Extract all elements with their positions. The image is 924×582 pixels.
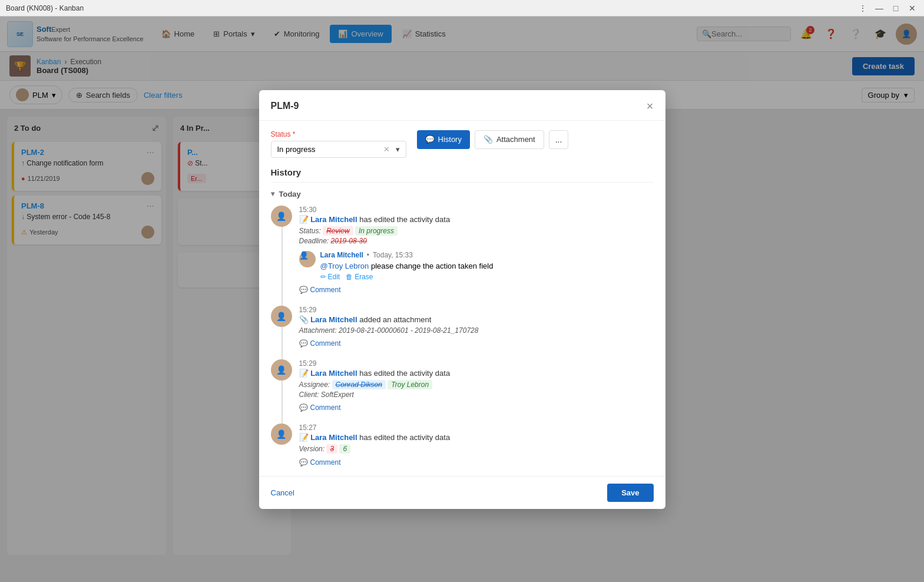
- add-comment-button[interactable]: 💬 Comment: [299, 339, 654, 348]
- history-title: History: [271, 167, 654, 183]
- more-button[interactable]: ...: [549, 130, 569, 149]
- edit-doc-icon: 📝: [299, 215, 309, 224]
- entry-action: has edited the activity data: [359, 433, 450, 442]
- modal-title: PLM-9: [271, 101, 299, 111]
- status-value: In progress: [277, 145, 316, 154]
- comment-bubble-icon: 💬: [299, 458, 308, 467]
- entry-actor[interactable]: Lara Mitchell: [310, 315, 357, 324]
- comment-text: @Troy Lebron please change the action ta…: [320, 262, 654, 270]
- add-comment-button[interactable]: 💬 Comment: [299, 404, 654, 412]
- comment-time: Today, 15:33: [373, 251, 413, 259]
- history-entry-1530: 👤 15:30 📝 Lara Mitchell has edited the a…: [271, 206, 654, 294]
- field-new-value: Troy Lebron: [388, 380, 432, 389]
- minimize-icon[interactable]: —: [873, 2, 885, 14]
- field-label: Attachment:: [299, 326, 337, 335]
- today-label: Today: [279, 190, 301, 199]
- comment-actions: ✏ Edit 🗑 Erase: [320, 273, 654, 281]
- entry-time: 15:29: [299, 306, 654, 314]
- comment-bubble-icon: 💬: [299, 404, 308, 412]
- attachment-icon: 📎: [483, 135, 493, 144]
- window-title: Board (KN008) - Kanban: [6, 4, 84, 12]
- comment-author[interactable]: Lara Mitchell: [320, 251, 363, 259]
- window-controls: ⋮ — □ ✕: [857, 2, 918, 14]
- history-icon: 💬: [425, 135, 435, 144]
- add-comment-row: 💬 Comment: [299, 404, 654, 412]
- attachment-button[interactable]: 📎 Attachment: [475, 130, 544, 149]
- entry-field-attachment: Attachment: 2019-08-21-00000601 - 2019-0…: [299, 326, 654, 335]
- history-entry-1527: 👤 15:27 📝 Lara Mitchell has edited the a…: [271, 424, 654, 467]
- entry-action: has edited the activity data: [359, 369, 450, 378]
- pencil-icon: ✏: [320, 273, 326, 281]
- close-icon[interactable]: ✕: [906, 2, 918, 14]
- entry-content: 15:29 📝 Lara Mitchell has edited the act…: [299, 359, 654, 412]
- add-comment-button[interactable]: 💬 Comment: [299, 458, 654, 467]
- status-label: Status *: [271, 130, 406, 138]
- mention-link[interactable]: @Troy Lebron: [320, 262, 369, 270]
- today-chevron-icon[interactable]: ▾: [271, 190, 274, 198]
- edit-doc-icon: 📝: [299, 433, 309, 442]
- modal-close-button[interactable]: ×: [647, 100, 654, 113]
- entry-actor[interactable]: Lara Mitchell: [310, 369, 357, 378]
- field-new-version: 6: [339, 444, 350, 454]
- field-label: Deadline:: [299, 237, 329, 245]
- field-label: Version:: [299, 445, 325, 453]
- entry-avatar: 👤: [271, 206, 292, 227]
- required-star: *: [291, 130, 296, 138]
- erase-label: Erase: [355, 273, 373, 281]
- modal-header: PLM-9 ×: [259, 90, 665, 121]
- history-label: History: [438, 135, 462, 144]
- status-select-wrap: Status * In progress ✕ ▾: [271, 130, 406, 158]
- erase-comment-button[interactable]: 🗑 Erase: [346, 273, 373, 281]
- field-old-value: Review: [323, 226, 353, 236]
- add-comment-row: 💬 Comment: [299, 286, 654, 294]
- modal-body: Status * In progress ✕ ▾ 💬 History: [259, 121, 665, 476]
- maximize-icon[interactable]: □: [890, 2, 902, 14]
- entry-action: has edited the activity data: [359, 215, 450, 224]
- entry-field-assignee: Assignee: Conrad Dikson Troy Lebron: [299, 380, 654, 389]
- entry-desc: 📝 Lara Mitchell has edited the activity …: [299, 215, 654, 224]
- window-titlebar: Board (KN008) - Kanban ⋮ — □ ✕: [0, 0, 924, 16]
- attachment-label: Attachment: [496, 135, 535, 144]
- entry-field-deadline: Deadline: 2019-08-30: [299, 237, 654, 245]
- entry-content: 15:29 📎 Lara Mitchell added an attachmen…: [299, 306, 654, 348]
- entry-avatar: 👤: [271, 359, 292, 381]
- action-buttons: 💬 History 📎 Attachment ...: [417, 130, 569, 149]
- add-comment-row: 💬 Comment: [299, 458, 654, 467]
- window-more-icon[interactable]: ⋮: [857, 2, 869, 14]
- entry-desc: 📝 Lara Mitchell has edited the activity …: [299, 433, 654, 442]
- edit-comment-button[interactable]: ✏ Edit: [320, 273, 340, 281]
- status-row: Status * In progress ✕ ▾ 💬 History: [271, 130, 654, 158]
- status-chevron-icon: ▾: [396, 145, 400, 154]
- field-old-value: Conrad Dikson: [332, 380, 386, 389]
- entry-avatar: 👤: [271, 424, 292, 445]
- add-comment-button[interactable]: 💬 Comment: [299, 286, 654, 294]
- trash-icon: 🗑: [346, 273, 353, 281]
- field-new-value: In progress: [355, 226, 398, 236]
- field-value: SoftExpert: [321, 391, 354, 399]
- entry-action: added an attachment: [359, 315, 431, 324]
- field-label: Client:: [299, 391, 319, 399]
- edit-label: Edit: [328, 273, 340, 281]
- comment-separator: •: [367, 251, 369, 259]
- comment-message: please change the action taken field: [371, 262, 493, 270]
- entry-content: 15:30 📝 Lara Mitchell has edited the act…: [299, 206, 654, 294]
- entry-avatar: 👤: [271, 306, 292, 327]
- field-old-version: 3: [326, 444, 337, 454]
- status-select[interactable]: In progress ✕ ▾: [271, 141, 406, 158]
- save-button[interactable]: Save: [607, 484, 653, 502]
- history-button[interactable]: 💬 History: [417, 130, 470, 149]
- comment-bubble-icon: 💬: [299, 339, 308, 348]
- field-label: Status:: [299, 227, 321, 235]
- clear-status-icon[interactable]: ✕: [383, 145, 390, 154]
- entry-field-status: Status: Review In progress: [299, 226, 654, 236]
- entry-actor[interactable]: Lara Mitchell: [310, 215, 357, 224]
- comment-bubble-icon: 💬: [299, 286, 308, 294]
- entry-desc: 📎 Lara Mitchell added an attachment: [299, 315, 654, 324]
- comment-avatar: 👤: [299, 251, 316, 267]
- cancel-button[interactable]: Cancel: [271, 488, 294, 497]
- field-label: Assignee:: [299, 381, 330, 389]
- entry-actor[interactable]: Lara Mitchell: [310, 433, 357, 442]
- modal: PLM-9 × Status * In progress ✕ ▾: [259, 90, 665, 509]
- history-entry-1529a: 👤 15:29 📎 Lara Mitchell added an attachm…: [271, 306, 654, 348]
- comment-row: 👤 Lara Mitchell • Today, 15:33 @Troy Leb…: [299, 251, 654, 281]
